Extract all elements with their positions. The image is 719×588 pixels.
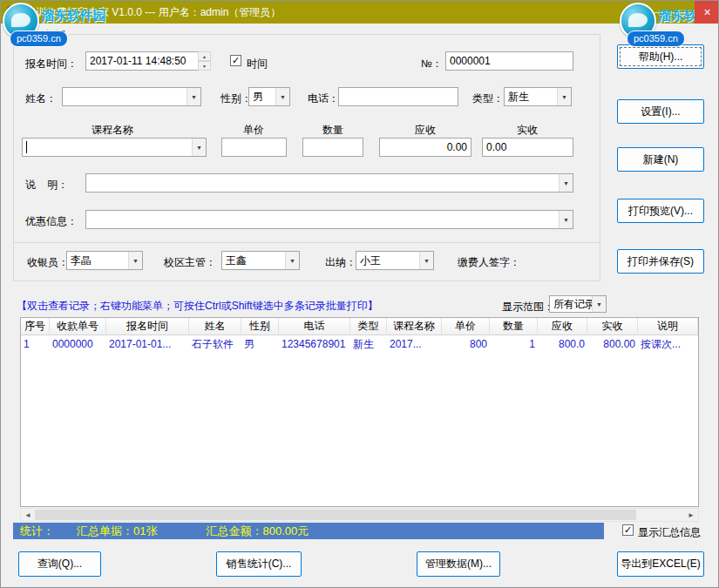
- spin-up-icon[interactable]: ▲: [198, 51, 211, 61]
- phone-input[interactable]: [338, 87, 458, 106]
- time-checkbox[interactable]: ✓: [230, 55, 241, 66]
- table-cell: 12345678901: [279, 335, 350, 353]
- minimize-button[interactable]: ─: [644, 1, 669, 24]
- scrollbar-thumb[interactable]: [35, 510, 636, 520]
- dropdown-arrow-icon: ▼: [187, 88, 200, 105]
- dropdown-arrow-icon: ▼: [592, 296, 606, 312]
- table-row[interactable]: 100000002017-01-01...石子软件男12345678901新生2…: [21, 335, 698, 353]
- column-header[interactable]: 序号: [21, 318, 50, 335]
- table-cell: 800.00: [587, 335, 638, 353]
- show-summary-checkbox[interactable]: ✓: [622, 524, 634, 536]
- table-header-row: 序号收款单号报名时间姓名性别电话类型课程名称单价数量应收实收说明: [21, 318, 698, 335]
- no-input[interactable]: [445, 51, 573, 71]
- column-header[interactable]: 类型: [350, 318, 387, 335]
- scroll-left-icon[interactable]: ◄: [21, 509, 35, 521]
- table-cell: 男: [241, 335, 279, 353]
- dropdown-arrow-icon: ▼: [419, 252, 433, 269]
- groupbox-title: 收款数据: [20, 28, 69, 43]
- print-save-button[interactable]: 打印并保存(S): [617, 249, 704, 274]
- records-listview[interactable]: 序号收款单号报名时间姓名性别电话类型课程名称单价数量应收实收说明 1000000…: [20, 317, 699, 507]
- gender-label: 性别：: [220, 91, 252, 106]
- dropdown-arrow-icon: ▼: [285, 252, 299, 269]
- close-button[interactable]: ✕: [695, 1, 719, 24]
- show-summary-label: 显示汇总信息: [638, 525, 701, 540]
- table-cell: 800: [442, 335, 490, 353]
- teller-combo[interactable]: 小王 ▼: [356, 251, 434, 270]
- column-header[interactable]: 说明: [638, 318, 698, 335]
- received-header: 实收: [517, 123, 538, 138]
- column-header[interactable]: 报名时间: [106, 318, 189, 335]
- titlebar: 培训收费打印专家 V1.0.0 --- 用户名：admin（管理员） ─ □ ✕: [1, 1, 719, 24]
- new-button[interactable]: 新建(N): [617, 147, 704, 172]
- column-header[interactable]: 性别: [241, 318, 279, 335]
- status-total-docs: 汇总单据：01张: [77, 524, 157, 539]
- type-label: 类型：: [472, 91, 504, 106]
- table-cell: 2017-01-01...: [106, 335, 189, 353]
- status-total-amount: 汇总金额：800.00元: [206, 524, 309, 539]
- table-cell: 2017...: [387, 335, 442, 353]
- settings-button[interactable]: 设置(I)...: [617, 99, 704, 124]
- status-bar: 统计： 汇总单据：01张 汇总金额：800.00元: [13, 523, 604, 539]
- column-header[interactable]: 课程名称: [387, 318, 442, 335]
- column-header[interactable]: 收款单号: [50, 318, 106, 335]
- table-body: 100000002017-01-01...石子软件男12345678901新生2…: [21, 335, 698, 353]
- dropdown-arrow-icon: ▼: [557, 88, 571, 105]
- reg-time-spinner[interactable]: ▲ ▼: [198, 51, 211, 71]
- phone-label: 电话：: [308, 91, 339, 106]
- signature-label: 缴费人签字：: [458, 255, 520, 270]
- course-header: 课程名称: [92, 123, 133, 138]
- column-header[interactable]: 数量: [490, 318, 538, 335]
- horizontal-scrollbar[interactable]: ◄ ►: [20, 508, 699, 522]
- manager-combo[interactable]: 王鑫 ▼: [221, 251, 300, 270]
- column-header[interactable]: 姓名: [189, 318, 241, 335]
- table-cell: 石子软件: [189, 335, 241, 353]
- table-cell: 800.0: [538, 335, 587, 353]
- sales-stats-button[interactable]: 销售统计(C)...: [216, 551, 302, 577]
- column-header[interactable]: 实收: [587, 318, 638, 335]
- column-header[interactable]: 单价: [442, 318, 490, 335]
- print-preview-button[interactable]: 打印预览(V)...: [617, 199, 704, 223]
- export-excel-button[interactable]: 导出到EXCEL(E): [617, 551, 704, 577]
- window-title: 培训收费打印专家 V1.0.0 --- 用户名：admin（管理员）: [25, 5, 281, 20]
- range-combo[interactable]: 所有记录 ▼: [549, 295, 607, 313]
- course-combo[interactable]: ▼: [22, 138, 207, 157]
- cashier-label: 收银员：: [27, 255, 69, 270]
- scroll-right-icon[interactable]: ►: [684, 509, 698, 521]
- gender-combo[interactable]: 男 ▼: [248, 87, 290, 106]
- receivable-input[interactable]: [379, 138, 471, 157]
- column-header[interactable]: 应收: [538, 318, 587, 335]
- type-combo[interactable]: 新生 ▼: [504, 87, 572, 106]
- qty-input[interactable]: [302, 138, 363, 157]
- received-input[interactable]: [482, 138, 573, 157]
- check-icon: ✓: [624, 525, 632, 535]
- table-cell: 1: [21, 335, 50, 353]
- dropdown-arrow-icon: ▼: [559, 174, 573, 192]
- discount-combo[interactable]: ▼: [85, 210, 573, 229]
- reg-time-input[interactable]: [85, 51, 199, 71]
- price-input[interactable]: [221, 138, 287, 157]
- time-checkbox-label: 时间: [247, 57, 268, 71]
- app-icon: [6, 5, 20, 19]
- range-label: 显示范围：: [502, 300, 554, 314]
- dropdown-arrow-icon: ▼: [192, 139, 206, 156]
- dropdown-arrow-icon: ▼: [275, 88, 289, 105]
- teller-label: 出纳：: [325, 255, 356, 270]
- no-label: №：: [421, 57, 443, 71]
- group-divider: [14, 242, 600, 243]
- spin-down-icon[interactable]: ▼: [198, 61, 211, 71]
- query-button[interactable]: 查询(Q)...: [18, 551, 101, 577]
- cashier-combo[interactable]: 李晶 ▼: [66, 251, 143, 270]
- dropdown-arrow-icon: ▼: [128, 252, 142, 269]
- manager-label: 校区主管：: [164, 255, 216, 270]
- manage-data-button[interactable]: 管理数据(M)...: [417, 551, 500, 577]
- maximize-button[interactable]: □: [669, 1, 695, 24]
- help-button[interactable]: 帮助(H)...: [617, 44, 704, 69]
- column-header[interactable]: 电话: [279, 318, 350, 335]
- table-cell: 按课次...: [638, 335, 699, 353]
- reg-time-label: 报名时间：: [25, 57, 78, 71]
- note-combo[interactable]: ▼: [85, 173, 573, 193]
- name-combo[interactable]: ▼: [62, 87, 201, 106]
- discount-label: 优惠信息：: [25, 214, 78, 229]
- table-cell: 0000000: [50, 335, 106, 353]
- list-hint: 【双击查看记录；右键功能菜单；可按住Ctrl或Shift键选中多条记录批量打印】: [17, 299, 378, 314]
